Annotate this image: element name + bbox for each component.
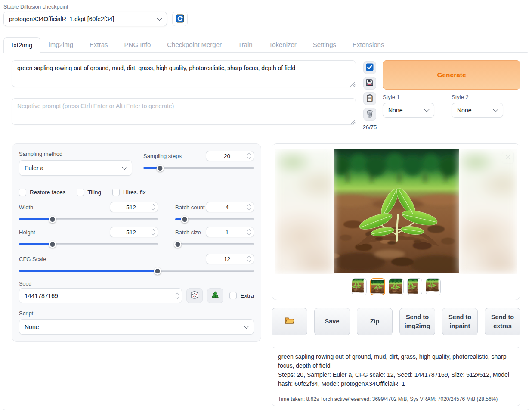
width-input[interactable] xyxy=(110,202,158,212)
tab-train[interactable]: Train xyxy=(230,37,261,52)
tab-extensions[interactable]: Extensions xyxy=(344,37,392,52)
txt2img-panel: green sapling rowing out of ground, mud,… xyxy=(3,52,529,410)
open-folder-button[interactable] xyxy=(272,308,307,335)
batch-count-slider[interactable] xyxy=(175,216,254,223)
clear-prompt-button[interactable] xyxy=(363,108,376,121)
thumbnail-1[interactable] xyxy=(352,278,367,295)
sampling-method-select[interactable]: Euler a xyxy=(19,160,132,176)
seed-input[interactable] xyxy=(19,288,182,303)
checkpoint-select[interactable]: protogenX34OfficialR_1.ckpt [60fe2f34] xyxy=(3,12,167,26)
stepper-arrows[interactable] xyxy=(248,230,254,235)
stepper-arrows[interactable] xyxy=(248,256,254,261)
tab-img2img[interactable]: img2img xyxy=(40,37,81,52)
checkpoint-label: Stable Diffusion checkpoint xyxy=(3,4,68,10)
slider-handle[interactable] xyxy=(49,241,56,248)
sampling-steps-slider[interactable] xyxy=(143,165,254,171)
blurred-backdrop-left xyxy=(275,150,334,273)
tab-txt2img[interactable]: txt2img xyxy=(3,37,40,53)
thumbnail-4[interactable] xyxy=(407,278,422,295)
save-button[interactable]: Save xyxy=(314,308,350,335)
style1-select[interactable]: None xyxy=(383,103,434,118)
chevron-down-icon xyxy=(493,106,498,112)
stepper-arrows[interactable] xyxy=(176,293,182,298)
seed-group: Seed xyxy=(19,280,182,303)
batch-count-group: Batch count xyxy=(175,202,254,223)
send-to-img2img-button[interactable]: Send to img2img xyxy=(399,308,435,335)
cfg-scale-value[interactable] xyxy=(206,256,248,262)
stepper-arrows[interactable] xyxy=(248,205,254,210)
batch-size-value[interactable] xyxy=(206,229,248,236)
style2-value: None xyxy=(457,107,494,114)
tiling-checkbox[interactable] xyxy=(77,189,84,196)
apply-style-icon xyxy=(365,94,374,104)
sampling-method-label: Sampling method xyxy=(19,151,132,157)
sampling-steps-input[interactable] xyxy=(206,151,254,161)
tab-checkpoint-merger[interactable]: Checkpoint Merger xyxy=(159,37,230,52)
width-slider[interactable] xyxy=(19,216,158,223)
slider-handle[interactable] xyxy=(154,267,161,275)
random-seed-button[interactable] xyxy=(186,288,203,303)
generation-info: green sapling rowing out of ground, mud,… xyxy=(272,347,520,406)
chevron-down-icon xyxy=(244,323,249,329)
height-value[interactable] xyxy=(110,229,152,236)
generation-settings-panel: Sampling method Euler a Sampling steps xyxy=(12,143,261,342)
tab-settings[interactable]: Settings xyxy=(305,37,344,52)
prompt-column: green sapling rowing out of ground, mud,… xyxy=(12,60,356,126)
slider-handle[interactable] xyxy=(156,165,164,172)
seed-label: Seed xyxy=(19,281,31,287)
recycle-icon xyxy=(210,290,220,301)
height-slider[interactable] xyxy=(19,241,158,248)
restore-faces-checkbox[interactable] xyxy=(19,189,26,196)
thumbnail-3[interactable] xyxy=(389,278,404,295)
batch-count-value[interactable] xyxy=(206,204,248,211)
height-input[interactable] xyxy=(110,227,158,237)
slider-handle[interactable] xyxy=(181,216,188,223)
extra-seed-checkbox[interactable] xyxy=(229,292,237,299)
batch-size-slider[interactable] xyxy=(175,241,254,248)
paste-check-icon xyxy=(365,63,374,73)
hires-fix-label: Hires. fix xyxy=(123,189,146,196)
refresh-checkpoints-button[interactable] xyxy=(172,12,188,26)
script-label: Script xyxy=(19,310,254,317)
send-to-extras-button[interactable]: Send to extras xyxy=(485,308,520,335)
thumbnail-2-selected[interactable] xyxy=(370,278,385,295)
paste-params-button[interactable] xyxy=(363,61,376,74)
reuse-seed-button[interactable] xyxy=(207,288,223,303)
generated-image[interactable] xyxy=(334,149,459,273)
slider-handle[interactable] xyxy=(174,241,182,248)
send-to-inpaint-button[interactable]: Send to inpaint xyxy=(442,308,478,335)
checkpoint-group: Stable Diffusion checkpoint protogenX34O… xyxy=(3,3,167,26)
style2-select[interactable]: None xyxy=(452,103,503,118)
batch-count-input[interactable] xyxy=(206,202,254,212)
generate-button[interactable]: Generate xyxy=(383,60,520,90)
restore-faces-checkbox-group: Restore faces xyxy=(19,189,65,196)
clear-prompt-icon xyxy=(365,109,374,119)
tab-tokenizer[interactable]: Tokenizer xyxy=(261,37,305,52)
stepper-arrows[interactable] xyxy=(152,205,158,210)
cfg-scale-input[interactable] xyxy=(206,254,254,264)
sampling-steps-value[interactable] xyxy=(206,153,248,159)
width-value[interactable] xyxy=(110,204,152,211)
cfg-scale-label: CFG Scale xyxy=(19,256,46,262)
zip-button[interactable]: Zip xyxy=(357,308,393,335)
output-column: Save Zip Send to img2img Send to inpaint… xyxy=(272,143,520,406)
batch-size-input[interactable] xyxy=(206,227,254,237)
prompt-tools: 26/75 xyxy=(363,61,377,130)
stepper-arrows[interactable] xyxy=(248,153,254,158)
thumbnail-5[interactable] xyxy=(426,278,441,295)
cfg-scale-slider[interactable] xyxy=(19,267,254,274)
save-style-button[interactable] xyxy=(363,77,376,90)
tab-png-info[interactable]: PNG Info xyxy=(116,37,159,52)
script-select[interactable]: None xyxy=(19,319,254,335)
restore-faces-label: Restore faces xyxy=(30,189,65,196)
chevron-down-icon xyxy=(424,106,430,112)
hires-fix-checkbox[interactable] xyxy=(112,189,120,196)
apply-style-button[interactable] xyxy=(363,92,376,105)
tab-extras[interactable]: Extras xyxy=(81,37,116,52)
folder-icon xyxy=(285,316,295,328)
negative-prompt-input[interactable] xyxy=(12,98,356,125)
prompt-input[interactable]: green sapling rowing out of ground, mud,… xyxy=(12,60,356,87)
stepper-arrows[interactable] xyxy=(152,230,158,235)
seed-value[interactable] xyxy=(19,292,176,299)
slider-handle[interactable] xyxy=(49,216,56,223)
